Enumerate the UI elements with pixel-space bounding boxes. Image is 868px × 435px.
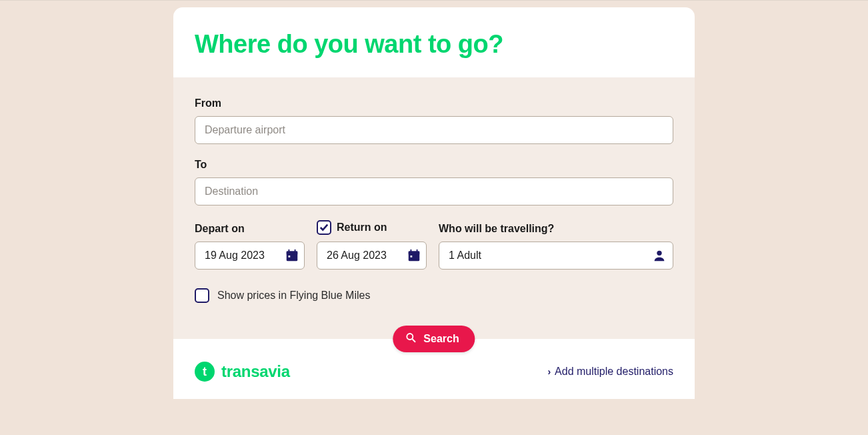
search-button-label: Search (423, 333, 459, 345)
from-field: From (195, 97, 673, 144)
search-icon (405, 332, 417, 346)
add-multiple-destinations-link[interactable]: › Add multiple destinations (547, 366, 673, 378)
passengers-label: Who will be travelling? (439, 223, 554, 235)
chevron-right-icon: › (547, 366, 551, 377)
search-card: Where do you want to go? From To Depart … (173, 7, 695, 399)
depart-date-input[interactable] (195, 242, 305, 270)
return-field: Return on (317, 220, 427, 270)
svg-line-12 (413, 339, 416, 342)
card-header: Where do you want to go? (173, 7, 695, 77)
multi-dest-label: Add multiple destinations (555, 366, 673, 378)
return-checkbox[interactable] (317, 220, 331, 235)
brand-logo: t transavia (195, 362, 290, 382)
miles-row: Show prices in Flying Blue Miles (195, 288, 673, 303)
depart-label: Depart on (195, 223, 245, 235)
depart-field: Depart on (195, 223, 305, 270)
to-input[interactable] (195, 177, 673, 205)
card-footer: Search t transavia › Add multiple destin… (173, 339, 695, 399)
passengers-input[interactable] (439, 242, 673, 270)
card-body: From To Depart on (173, 77, 695, 339)
return-date-input[interactable] (317, 242, 427, 270)
to-field: To (195, 159, 673, 205)
svg-point-11 (407, 334, 413, 340)
miles-label[interactable]: Show prices in Flying Blue Miles (217, 290, 370, 302)
brand-mark: t (195, 362, 215, 382)
return-label: Return on (337, 222, 387, 234)
miles-checkbox[interactable] (195, 288, 209, 303)
search-button[interactable]: Search (393, 326, 475, 352)
to-label: To (195, 159, 673, 171)
from-label: From (195, 97, 673, 109)
passengers-field: Who will be travelling? (439, 223, 673, 270)
brand-name: transavia (221, 362, 290, 381)
date-passenger-row: Depart on Return on (195, 220, 673, 270)
from-input[interactable] (195, 116, 673, 144)
page-title: Where do you want to go? (195, 30, 673, 59)
